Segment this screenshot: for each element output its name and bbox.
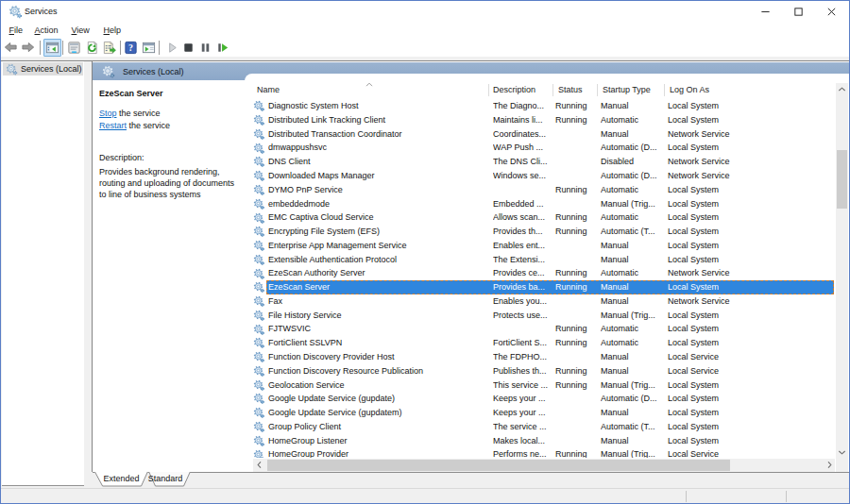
horizontal-scrollbar[interactable] (253, 459, 835, 472)
service-row[interactable]: HomeGroup ProviderPerforms ne...RunningM… (245, 447, 835, 458)
column-header-status[interactable]: Status (558, 83, 583, 97)
status-bar (1, 488, 849, 503)
service-row[interactable]: Distributed Link Tracking ClientMaintain… (245, 113, 835, 127)
service-row[interactable]: EzeScan Authority ServerProvides ce...Ru… (245, 266, 835, 280)
cell-name: Function Discovery Provider Host (268, 350, 487, 364)
cell-description: Allows scan... (493, 210, 548, 225)
show-action-pane-button[interactable] (140, 39, 158, 57)
pause-service-button[interactable] (196, 39, 214, 57)
start-service-icon (165, 41, 179, 55)
cell-description: Enables you... (493, 294, 548, 309)
restart-service-line: Restart the service (99, 121, 170, 130)
menu-item-file[interactable]: File (9, 22, 24, 39)
toolbar-separator (120, 41, 121, 55)
vertical-scroll-thumb[interactable] (837, 150, 848, 209)
cell-description: Provides th... (493, 225, 548, 239)
properties-button[interactable] (65, 39, 83, 57)
cell-status (555, 406, 595, 420)
service-row[interactable]: Google Update Service (gupdatem)Keeps yo… (245, 406, 835, 420)
cell-name: Extensible Authentication Protocol (268, 253, 487, 267)
export-list-button[interactable] (100, 39, 118, 57)
column-header-name[interactable]: Name (257, 83, 280, 97)
service-row[interactable]: Enterprise App Management ServiceEnables… (245, 239, 835, 253)
close-button[interactable] (815, 1, 848, 23)
cell-log-on-as: Local System (668, 392, 747, 406)
scroll-up-arrow[interactable] (836, 83, 849, 94)
service-row[interactable]: DYMO PnP ServiceRunningAutomaticLocal Sy… (245, 183, 835, 197)
forward-arrow-button[interactable] (19, 39, 37, 57)
service-row[interactable]: FortiClient SSLVPNFortiClient S...Runnin… (245, 336, 835, 350)
cell-name: DNS Client (268, 155, 487, 169)
service-row[interactable]: Function Discovery Provider HostThe FDPH… (245, 350, 835, 364)
service-row[interactable]: Geolocation ServiceThis service ...Runni… (245, 378, 835, 393)
service-row[interactable]: Diagnostic System HostThe Diagno...Runni… (245, 99, 835, 113)
menu-item-help[interactable]: Help (104, 22, 122, 39)
service-row[interactable]: FJTWSVICRunningAutomaticLocal System (245, 322, 835, 336)
service-row[interactable]: Group Policy ClientThe service ...Automa… (245, 420, 835, 434)
service-row-selected[interactable]: EzeScan ServerProvides ba...RunningManua… (245, 280, 835, 294)
restart-service-button[interactable] (213, 39, 231, 57)
service-row[interactable]: HomeGroup ListenerMakes local...ManualLo… (245, 434, 835, 448)
menu-item-view[interactable]: View (72, 22, 90, 39)
service-row[interactable]: File History ServiceProtects use...Manua… (245, 309, 835, 323)
help-button[interactable] (122, 39, 140, 57)
toolbar-separator (159, 41, 160, 55)
scrollbar-corner (836, 459, 849, 472)
refresh-button[interactable] (83, 39, 101, 57)
column-divider[interactable] (488, 84, 489, 96)
forward-arrow-icon (21, 41, 35, 55)
service-row[interactable]: Distributed Transaction CoordinatorCoord… (245, 127, 835, 142)
service-row[interactable]: embeddedmodeEmbedded ...Manual (Trig...L… (245, 197, 835, 211)
column-divider[interactable] (664, 84, 665, 96)
service-row[interactable]: Extensible Authentication ProtocolThe Ex… (245, 253, 835, 267)
cell-log-on-as: Local System (668, 420, 747, 434)
scroll-left-arrow[interactable] (253, 459, 264, 472)
tree-item-services-local[interactable]: Services (Local) (3, 62, 83, 76)
scroll-right-arrow[interactable] (824, 459, 835, 472)
back-arrow-button[interactable] (2, 39, 20, 57)
stop-service-link[interactable]: Stop (99, 109, 117, 118)
service-gear-icon (253, 324, 265, 336)
service-row[interactable]: FaxEnables you...ManualNetwork Service (245, 294, 835, 309)
cell-name: EzeScan Authority Server (268, 266, 487, 280)
vertical-scrollbar[interactable] (836, 83, 849, 459)
minimize-button[interactable] (749, 1, 782, 23)
service-gear-icon (253, 295, 265, 308)
cell-log-on-as: Local System (668, 210, 747, 225)
service-row[interactable]: DNS ClientThe DNS Cli...DisabledNetwork … (245, 155, 835, 169)
service-row[interactable]: Downloaded Maps ManagerWindows se...Auto… (245, 169, 835, 183)
cell-startup-type: Automatic (601, 113, 661, 127)
service-row[interactable]: EMC Captiva Cloud ServiceAllows scan...R… (245, 210, 835, 225)
cell-name: Group Policy Client (268, 420, 487, 434)
service-gear-icon (253, 184, 265, 196)
service-row[interactable]: Encrypting File System (EFS)Provides th.… (245, 225, 835, 239)
cell-description: Provides ce... (493, 266, 548, 280)
service-row[interactable]: Function Discovery Resource PublicationP… (245, 364, 835, 378)
cell-name: embeddedmode (268, 197, 487, 211)
maximize-button[interactable] (782, 1, 815, 23)
restart-service-link[interactable]: Restart (99, 121, 127, 130)
panel-splitter[interactable] (84, 61, 92, 485)
column-header-description[interactable]: Description (493, 83, 536, 97)
horizontal-scroll-thumb[interactable] (267, 460, 730, 471)
service-gear-icon (253, 379, 265, 392)
cell-startup-type: Manual (601, 127, 661, 142)
column-divider[interactable] (597, 84, 598, 96)
tab-standard[interactable]: Standard (146, 472, 184, 486)
toolbar (1, 39, 849, 57)
stop-service-button[interactable] (179, 39, 197, 57)
column-divider[interactable] (552, 84, 553, 96)
cell-log-on-as: Local System (668, 406, 747, 420)
cell-log-on-as: Local System (668, 434, 747, 448)
tab-extended[interactable]: Extended (102, 472, 142, 486)
cell-status: Running (555, 378, 595, 393)
column-header-log-on-as[interactable]: Log On As (670, 83, 709, 97)
service-row[interactable]: Google Update Service (gupdate)Keeps you… (245, 392, 835, 406)
column-header-startup-type[interactable]: Startup Type (603, 83, 651, 97)
menu-item-action[interactable]: Action (35, 22, 59, 39)
service-row[interactable]: dmwappushsvcWAP Push ...Automatic (D...L… (245, 141, 835, 155)
cell-startup-type: Automatic (601, 266, 661, 280)
show-console-tree-button[interactable] (43, 39, 61, 57)
status-divider (786, 491, 787, 502)
scroll-down-arrow[interactable] (836, 447, 849, 459)
